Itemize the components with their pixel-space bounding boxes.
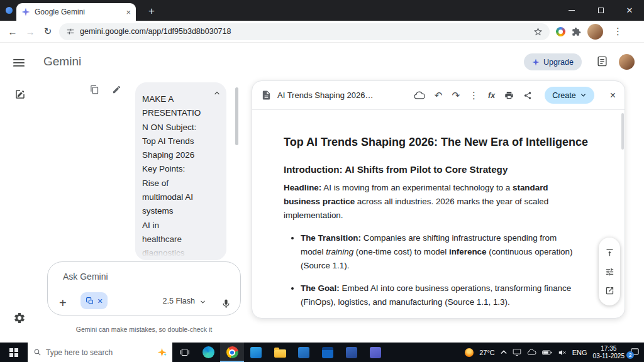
- calendar-icon[interactable]: [316, 343, 340, 362]
- formula-icon[interactable]: fx: [488, 91, 495, 100]
- tab-close-icon[interactable]: ×: [126, 8, 131, 16]
- undo-icon[interactable]: ↶: [435, 90, 443, 100]
- main-menu-button[interactable]: [11, 55, 26, 70]
- doc-text-segment: The Goal:: [301, 283, 340, 293]
- tool-chip[interactable]: ×: [80, 292, 108, 309]
- onedrive-icon[interactable]: [527, 349, 536, 356]
- gemini-favicon-icon: [21, 8, 30, 16]
- canvas-close-icon[interactable]: ×: [610, 90, 616, 101]
- search-highlights-icon[interactable]: [157, 348, 167, 357]
- collapse-chevron-icon[interactable]: [213, 89, 221, 97]
- input-placeholder: Ask Gemini: [63, 272, 108, 282]
- taskbar-search[interactable]: Type here to search: [28, 343, 172, 362]
- canvas-scrollbar[interactable]: [621, 113, 624, 150]
- doc-bullet-item: The Goal: Embed AI into core business op…: [301, 282, 580, 309]
- prompt-line: systems: [142, 204, 219, 218]
- url-text: gemini.google.com/app/1df95b3d8b030718: [80, 27, 528, 36]
- edge-icon[interactable]: [196, 343, 220, 362]
- tab-search-icon[interactable]: [6, 7, 13, 14]
- volume-icon[interactable]: [558, 349, 567, 356]
- upgrade-button[interactable]: Upgrade: [524, 53, 582, 70]
- prompt-line: diagnostics: [142, 246, 219, 260]
- search-icon: [33, 348, 42, 356]
- window-close-button[interactable]: ✕: [615, 0, 644, 21]
- copy-icon[interactable]: [90, 85, 99, 94]
- photos-icon[interactable]: [292, 343, 316, 362]
- account-avatar[interactable]: [619, 54, 635, 70]
- window-controls: ✕: [557, 0, 644, 21]
- file-explorer-icon[interactable]: [268, 343, 292, 362]
- tune-icon[interactable]: [605, 267, 614, 277]
- temperature-label[interactable]: 27°C: [479, 349, 495, 356]
- prompt-input[interactable]: Ask Gemini + × 2.5 Flash: [47, 261, 241, 315]
- back-icon[interactable]: ←: [4, 26, 21, 37]
- teams-icon[interactable]: [364, 343, 387, 362]
- extension-ring-icon[interactable]: [556, 27, 565, 36]
- more-options-icon[interactable]: ⋮: [469, 90, 479, 100]
- word-icon[interactable]: [340, 343, 364, 362]
- export-icon[interactable]: [605, 286, 614, 295]
- taskbar: Type here to search 27°C: [0, 343, 644, 362]
- prompt-text: MAKE APRESENTATION ON Subject:Top AI Tre…: [142, 92, 219, 260]
- chip-remove-icon[interactable]: ×: [97, 297, 103, 305]
- chat-scrollbar[interactable]: [235, 87, 238, 145]
- create-label: Create: [552, 91, 576, 100]
- doc-title: Top AI Trends Shaping 2026: The New Era …: [284, 136, 580, 149]
- canvas-doc-title[interactable]: AI Trends Shaping 2026: A...: [277, 90, 375, 100]
- doc-heading: Introduction: AI Shifts from Pilot to Co…: [284, 164, 580, 175]
- doc-text-segment: inference: [449, 247, 487, 256]
- start-button[interactable]: [0, 343, 28, 362]
- address-bar[interactable]: gemini.google.com/app/1df95b3d8b030718: [59, 23, 550, 40]
- window-maximize-button[interactable]: [586, 0, 615, 21]
- create-button[interactable]: Create: [545, 87, 594, 104]
- upgrade-label: Upgrade: [543, 58, 574, 67]
- redo-icon[interactable]: ↷: [452, 90, 460, 100]
- microphone-icon[interactable]: [221, 299, 231, 309]
- app-title: Gemini: [43, 55, 81, 69]
- site-settings-icon[interactable]: [66, 27, 75, 36]
- share-icon[interactable]: [523, 91, 532, 100]
- prompt-line: Shaping 2026: [142, 148, 219, 162]
- clock-time: 17:35: [593, 345, 625, 353]
- model-selector[interactable]: 2.5 Flash: [163, 297, 195, 305]
- display-icon[interactable]: [513, 348, 521, 356]
- scroll-to-top-icon[interactable]: [605, 248, 614, 257]
- weather-icon[interactable]: [465, 348, 474, 357]
- document-icon: [261, 90, 272, 101]
- reload-icon[interactable]: ↻: [39, 26, 57, 37]
- model-chevron-down-icon[interactable]: [199, 299, 206, 305]
- clock-date: 03-11-2025: [593, 353, 625, 360]
- browser-toolbar: ← → ↻ gemini.google.com/app/1df95b3d8b03…: [0, 21, 644, 43]
- bookmark-star-icon[interactable]: [533, 27, 543, 36]
- browser-tab[interactable]: Google Gemini ×: [16, 3, 136, 21]
- clock[interactable]: 17:35 03-11-2025: [593, 345, 625, 360]
- forward-icon[interactable]: →: [21, 26, 39, 37]
- user-prompt-card[interactable]: MAKE APRESENTATION ON Subject:Top AI Tre…: [135, 82, 226, 260]
- screen: Google Gemini × + ✕ ← → ↻ gemini.google.…: [0, 0, 644, 362]
- action-center-icon[interactable]: 2: [630, 348, 640, 357]
- settings-gear-icon[interactable]: [12, 310, 27, 326]
- print-icon[interactable]: [504, 90, 514, 100]
- canvas-toolbar: ↶ ↷ ⋮ fx Create ×: [414, 87, 616, 104]
- mail-icon[interactable]: [244, 343, 268, 362]
- tab-title: Google Gemini: [35, 8, 121, 16]
- browser-profile-avatar[interactable]: [587, 24, 603, 40]
- browser-tab-strip: Google Gemini × + ✕: [0, 0, 644, 21]
- task-view-icon[interactable]: [172, 343, 196, 362]
- history-icon[interactable]: [596, 55, 608, 67]
- chrome-icon[interactable]: [220, 343, 244, 362]
- browser-menu-icon[interactable]: ⋮: [609, 26, 626, 37]
- new-tab-button[interactable]: +: [143, 3, 160, 19]
- prompt-line: multimodal AI: [142, 190, 219, 204]
- battery-icon[interactable]: [542, 349, 552, 356]
- tray-chevron-up-icon[interactable]: [501, 350, 507, 354]
- doc-paragraph: Headline: AI is moving from an experimen…: [284, 181, 580, 222]
- canvas-floating-toolbar: [599, 238, 620, 305]
- add-attachment-icon[interactable]: +: [59, 297, 67, 309]
- window-minimize-button[interactable]: [557, 0, 586, 21]
- extensions-puzzle-icon[interactable]: [572, 27, 581, 36]
- language-indicator[interactable]: ENG: [572, 349, 587, 356]
- edit-icon[interactable]: [112, 85, 121, 94]
- cloud-save-icon[interactable]: [414, 91, 425, 100]
- new-chat-button[interactable]: [13, 87, 28, 102]
